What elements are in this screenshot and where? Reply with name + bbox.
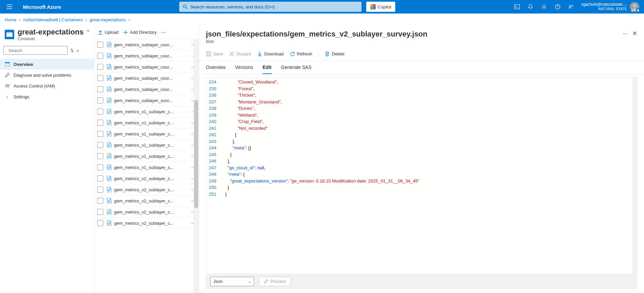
file-row[interactable]: gem_metrics_sublayer_coor...··· [95,39,199,50]
file-name: gem_metrics_sublayer_surv... [114,98,189,103]
file-checkbox[interactable] [97,86,103,92]
file-row[interactable]: gem_metrics_v2_sublayer_c...··· [95,218,199,229]
file-row[interactable]: gem_metrics_v1_sublayer_c...··· [95,151,199,162]
file-row[interactable]: gem_metrics_v2_sublayer_c...··· [95,184,199,195]
file-row[interactable]: gem_metrics_sublayer_coor...··· [95,84,199,95]
file-checkbox[interactable] [97,75,103,81]
global-search[interactable] [179,2,361,12]
feedback-button[interactable] [564,0,578,14]
tab-edit[interactable]: Edit [263,61,271,74]
breadcrumb-parent[interactable]: nsiitechdevadlsetl | Containers [23,17,83,22]
file-checkbox[interactable] [97,97,103,103]
refresh-button[interactable]: Refresh [290,51,313,56]
tab-versions[interactable]: Versions [235,61,253,74]
file-checkbox[interactable] [97,187,103,193]
breadcrumb-current[interactable]: great-expectations [89,17,126,22]
left-search-input[interactable] [8,48,65,53]
file-checkbox[interactable] [97,209,103,215]
copilot-button[interactable]: Copilot [366,2,395,12]
save-button: Save [206,51,223,56]
file-list-scrollbar[interactable] [193,39,199,293]
file-row[interactable]: gem_metrics_v2_sublayer_c...··· [95,195,199,206]
file-row[interactable]: gem_metrics_sublayer_coor...··· [95,73,199,84]
blob-tabs: Overview Versions Edit Generate SAS [199,61,644,74]
save-icon [206,51,211,56]
file-row[interactable]: gem_metrics_sublayer_coor...··· [95,50,199,62]
global-search-input[interactable] [190,4,358,9]
tab-generate-sas[interactable]: Generate SAS [281,61,312,74]
nav-overview[interactable]: Overview [0,59,94,70]
brand[interactable]: Microsoft Azure [23,4,61,10]
refresh-icon [290,51,295,56]
add-directory-button[interactable]: Add Directory [123,30,157,35]
code-content[interactable]: "Closed_Woodland", "Forest", "Thicket", … [222,77,637,274]
help-button[interactable] [551,0,564,14]
file-name: gem_metrics_v2_sublayer_c... [114,210,189,215]
container-title: great-expectations [18,28,84,36]
lock-icon [636,8,640,12]
file-list[interactable]: gem_metrics_sublayer_coor...···gem_metri… [95,39,199,293]
cloud-shell-button[interactable] [510,0,524,14]
file-checkbox[interactable] [97,198,103,204]
file-name: gem_metrics_v1_sublayer_c... [114,131,189,137]
file-checkbox[interactable] [97,164,103,170]
file-row[interactable]: gem_metrics_v1_sublayer_c...··· [95,140,199,151]
file-checkbox[interactable] [97,220,103,226]
notifications-button[interactable] [524,0,537,14]
file-row[interactable]: gem_metrics_v1_sublayer_s...··· [95,162,199,173]
file-checkbox[interactable] [97,64,103,70]
hamburger-menu[interactable] [3,0,16,14]
file-icon [107,142,111,148]
nav-diagnose[interactable]: Diagnose and solve problems [0,70,94,80]
blob-toolbar: Save Discard Download Refresh Delete [199,47,644,61]
file-checkbox[interactable] [97,142,103,148]
settings-button[interactable] [537,0,551,14]
pencil-icon [264,279,268,284]
file-checkbox[interactable] [97,42,103,48]
toolbar-more-button[interactable]: ··· [161,30,166,35]
tab-overview[interactable]: Overview [206,61,225,74]
account-menu[interactable]: sgachuhi@naturalstate.... NATURAL STATE [578,2,641,11]
file-name: gem_metrics_v1_sublayer_c... [114,143,189,148]
collapse-middle-button[interactable]: « [77,48,79,53]
editor-scrollbar[interactable] [632,77,637,274]
file-icon [107,120,111,125]
left-search[interactable] [3,46,68,55]
file-checkbox[interactable] [97,153,103,159]
scrollbar-thumb[interactable] [194,100,198,208]
format-dropdown[interactable]: Json ⌵ [210,277,254,286]
breadcrumb-home[interactable]: Home [5,17,17,22]
file-row[interactable]: gem_metrics_v1_sublayer_c...··· [95,106,199,117]
file-row[interactable]: gem_metrics_v2_sublayer_c...··· [95,206,199,218]
download-button[interactable]: Download [257,51,284,56]
file-checkbox[interactable] [97,108,103,115]
chevron-right-icon: › [85,17,87,22]
file-row[interactable]: gem_metrics_v1_sublayer_c...··· [95,117,199,128]
upload-button[interactable]: Upload [98,30,118,35]
blob-more-button[interactable]: ··· [623,31,627,36]
nav-iam[interactable]: Access Control (IAM) [0,80,94,91]
file-icon [107,131,111,137]
upload-icon [98,30,103,35]
file-checkbox[interactable] [97,53,103,59]
wrench-icon [5,73,10,77]
nav-settings[interactable]: › Settings [0,91,94,102]
separator [318,51,319,57]
file-row[interactable]: gem_metrics_sublayer_surv...··· [95,95,199,106]
collapse-left-button[interactable]: « [87,28,89,33]
chevron-right-icon: › [19,17,21,22]
copilot-icon [370,4,376,9]
svg-point-13 [8,84,9,86]
file-row[interactable]: gem_metrics_v2_sublayer_c...··· [95,173,199,184]
file-checkbox[interactable] [97,131,103,137]
nav-overview-label: Overview [14,62,33,67]
delete-button[interactable]: Delete [325,51,345,56]
file-checkbox[interactable] [97,175,103,181]
code-editor[interactable]: 2342352362372382392402412422432442452462… [206,77,637,274]
close-blob-button[interactable]: ✕ [632,30,637,37]
sort-button[interactable]: ⇅ [70,48,74,53]
svg-point-2 [543,6,545,8]
file-row[interactable]: gem_metrics_v1_sublayer_c...··· [95,128,199,140]
file-checkbox[interactable] [97,120,103,126]
file-row[interactable]: gem_metrics_sublayer_coor...··· [95,62,199,73]
